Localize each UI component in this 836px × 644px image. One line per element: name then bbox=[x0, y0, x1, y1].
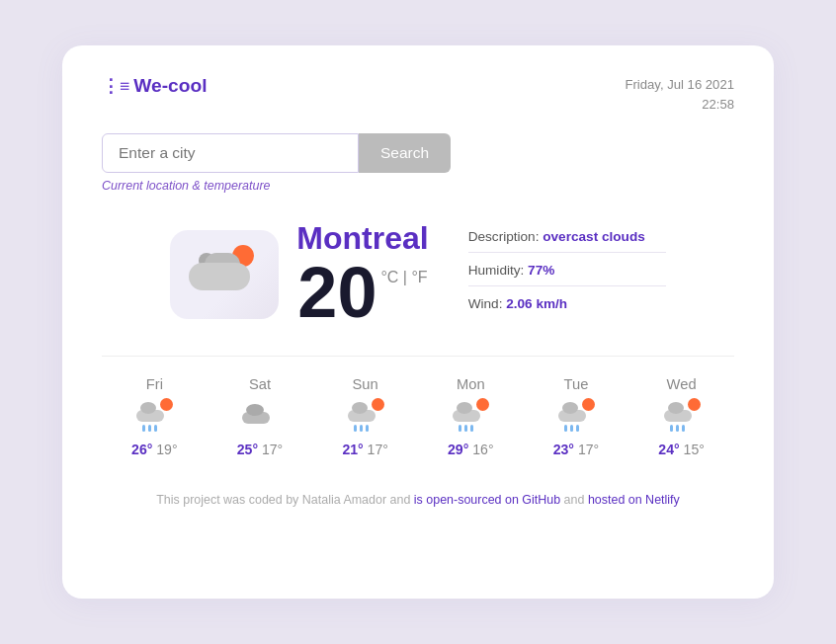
search-row: Search bbox=[102, 133, 734, 173]
forecast-day: Mon 29° 16° bbox=[448, 376, 494, 457]
forecast-high: 24° bbox=[658, 442, 679, 457]
forecast-day-name: Wed bbox=[667, 376, 697, 392]
forecast-day: Fri 26° 19° bbox=[131, 376, 178, 457]
forecast-day-name: Tue bbox=[564, 376, 589, 392]
forecast-low: 17° bbox=[578, 442, 599, 457]
forecast-day-name: Mon bbox=[457, 376, 485, 392]
forecast-high: 26° bbox=[131, 442, 152, 457]
forecast-day: Wed 24° 15° bbox=[658, 376, 705, 457]
app-card: ⋮≡ We-cool Friday, Jul 16 2021 22:58 Sea… bbox=[62, 45, 774, 599]
weather-main: Montreal 20 °C | °F Description: overcas… bbox=[102, 220, 734, 328]
forecast-low: 17° bbox=[262, 442, 283, 457]
forecast-temps: 24° 15° bbox=[658, 442, 705, 457]
logo: ⋮≡ We-cool bbox=[102, 75, 208, 97]
header: ⋮≡ We-cool Friday, Jul 16 2021 22:58 bbox=[102, 75, 734, 114]
forecast-day: Tue 23° 17° bbox=[553, 376, 600, 457]
footer-text2: and bbox=[564, 493, 588, 507]
time: 22:58 bbox=[625, 95, 734, 115]
forecast-icon bbox=[240, 398, 280, 436]
current-location-label: Current location & temperature bbox=[102, 179, 734, 193]
date-time: Friday, Jul 16 2021 22:58 bbox=[625, 75, 734, 114]
humidity-value: 77% bbox=[528, 263, 554, 278]
search-button[interactable]: Search bbox=[359, 133, 451, 173]
city-search-input[interactable] bbox=[102, 133, 359, 173]
forecast-temps: 25° 17° bbox=[237, 442, 284, 457]
forecast-low: 19° bbox=[156, 442, 177, 457]
github-link[interactable]: is open-sourced on GitHub bbox=[414, 493, 560, 507]
forecast-day-name: Sat bbox=[249, 376, 271, 392]
temp-unit: °C | °F bbox=[380, 269, 427, 286]
wind-row: Wind: 2.06 km/h bbox=[468, 296, 666, 319]
humidity-row: Humidity: 77% bbox=[468, 263, 666, 286]
cloud-main-icon bbox=[185, 245, 264, 304]
forecast-section: Fri 26° 19°Sat 25° 17°Sun bbox=[102, 356, 734, 457]
forecast-icon bbox=[134, 398, 174, 436]
footer: This project was coded by Natalia Amador… bbox=[102, 493, 734, 507]
forecast-temps: 21° 17° bbox=[342, 442, 388, 457]
forecast-day-name: Fri bbox=[146, 376, 163, 392]
weather-details: Description: overcast clouds Humidity: 7… bbox=[468, 229, 666, 319]
footer-text1: This project was coded by Natalia Amador… bbox=[156, 493, 414, 507]
forecast-icon bbox=[346, 398, 385, 436]
logo-icon: ⋮≡ bbox=[102, 76, 129, 97]
weather-icon-big bbox=[170, 230, 279, 319]
wind-label: Wind: bbox=[468, 296, 503, 311]
temperature: 20 bbox=[297, 257, 376, 328]
forecast-temps: 23° 17° bbox=[553, 442, 600, 457]
forecast-icon bbox=[451, 398, 490, 436]
forecast-day-name: Sun bbox=[353, 376, 378, 392]
wind-value: 2.06 km/h bbox=[506, 296, 567, 311]
netlify-link[interactable]: hosted on Netlify bbox=[588, 493, 680, 507]
forecast-high: 29° bbox=[448, 442, 468, 457]
logo-text: We-cool bbox=[133, 75, 207, 97]
forecast-icon bbox=[556, 398, 596, 436]
forecast-low: 16° bbox=[472, 442, 493, 457]
forecast-temps: 26° 19° bbox=[131, 442, 178, 457]
search-section: Search Current location & temperature bbox=[102, 133, 734, 193]
humidity-label: Humidity: bbox=[468, 263, 525, 278]
city-name: Montreal bbox=[296, 220, 428, 257]
forecast-icon bbox=[662, 398, 702, 436]
date: Friday, Jul 16 2021 bbox=[625, 75, 734, 95]
forecast-low: 17° bbox=[368, 442, 388, 457]
forecast-day: Sun 21° 17° bbox=[342, 376, 388, 457]
forecast-low: 15° bbox=[684, 442, 705, 457]
forecast-day: Sat 25° 17° bbox=[237, 376, 284, 457]
forecast-high: 23° bbox=[553, 442, 574, 457]
description-value: overcast clouds bbox=[543, 229, 645, 244]
description-row: Description: overcast clouds bbox=[468, 229, 666, 253]
forecast-temps: 29° 16° bbox=[448, 442, 494, 457]
forecast-high: 25° bbox=[237, 442, 258, 457]
city-temp: Montreal 20 °C | °F bbox=[296, 220, 428, 328]
forecast-high: 21° bbox=[342, 442, 363, 457]
temp-row: 20 °C | °F bbox=[296, 257, 428, 328]
description-label: Description: bbox=[468, 229, 540, 244]
